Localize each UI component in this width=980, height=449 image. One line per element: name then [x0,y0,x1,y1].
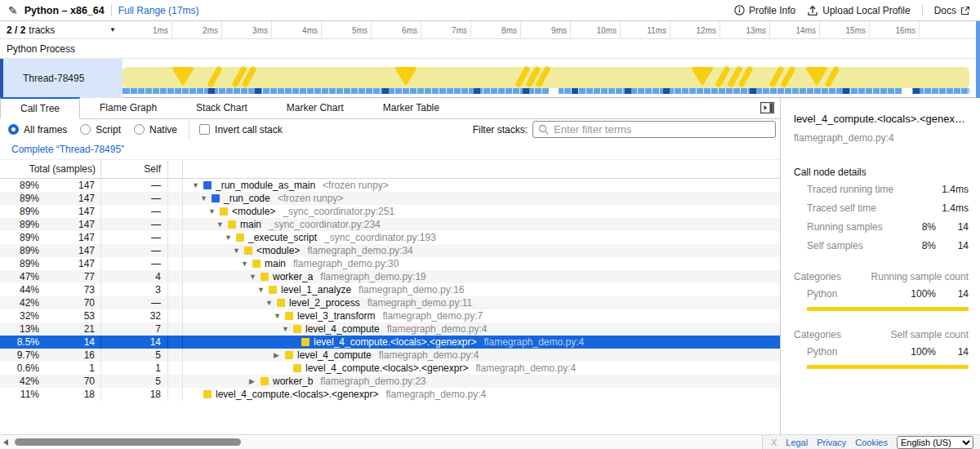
scroll-left-arrow-icon[interactable] [3,439,8,446]
function-location: flamegraph_demo.py:30 [293,257,399,270]
call-tree-row[interactable]: 44%733▼level_1_analyzeflamegraph_demo.py… [0,283,780,296]
collapse-icon[interactable]: ▼ [257,283,269,296]
sample-divider [652,88,653,94]
radio-all-frames[interactable] [8,124,19,135]
sample-divider [681,88,682,94]
row-total-samples: 77 [42,270,101,283]
call-tree-row[interactable]: 89%147—▼_run_code<frozen runpy> [0,192,780,205]
upload-label: Upload Local Profile [822,5,910,16]
collapse-icon[interactable]: ▼ [233,244,244,257]
sample-divider [564,88,564,94]
tab-marker-table[interactable]: Marker Table [363,98,459,118]
sidebar-toggle-icon[interactable] [760,102,774,113]
tab-flame-graph[interactable]: Flame Graph [80,98,176,118]
filter-stacks-label: Filter stacks: [473,124,528,136]
radio-label[interactable]: Native [149,124,177,136]
footer-link-cookies[interactable]: Cookies [855,438,888,447]
tab-stack-chart[interactable]: Stack Chart [176,98,267,118]
expand-icon[interactable]: ▶ [249,375,261,388]
call-tree-row[interactable]: 89%147—▼_run_module_as_main<frozen runpy… [0,179,780,192]
detail-percent: 8% [900,221,936,233]
profile-info-button[interactable]: Profile Info [734,5,795,16]
invert-call-stack-checkbox[interactable] [199,124,210,135]
call-tree-column-headers: Total (samples) Self [0,160,780,179]
call-tree-row[interactable]: 9.7%165▶level_4_computeflamegraph_demo.p… [0,349,780,362]
sample-divider [571,88,572,94]
tracks-dropdown[interactable]: 2 / 2 tracks ▼ [0,21,122,39]
row-frame: ▼_execute_script_sync_coordinator.py:193 [183,231,780,244]
column-header-total[interactable]: Total (samples) [0,160,101,179]
row-spacer [168,283,183,296]
row-self-samples: 4 [101,270,168,283]
footer-link-privacy[interactable]: Privacy [817,438,846,447]
radio-native[interactable] [134,124,145,135]
row-total-percent: 47% [0,270,42,283]
full-range-link[interactable]: Full Range (17ms) [118,5,199,16]
column-header-self[interactable]: Self [101,160,168,179]
sample-divider [130,88,131,94]
function-location: flamegraph_demo.py:4 [387,322,488,336]
row-self-samples: 7 [101,322,168,336]
collapse-icon[interactable]: ▼ [282,322,293,336]
radio-script[interactable] [80,124,91,135]
upload-profile-button[interactable]: Upload Local Profile [807,5,910,16]
radio-label[interactable]: All frames [24,124,67,136]
ruler-tick: 10ms [571,21,621,39]
thread-track-header[interactable]: Thread-78495 [0,59,122,98]
footer-link-legal[interactable]: Legal [786,438,808,447]
collapse-icon[interactable]: ▼ [249,270,261,283]
call-tree-row[interactable]: 89%147—▼<module>_sync_coordinator.py:251 [0,205,780,218]
call-tree-row[interactable]: 8.5%1414level_4_compute.<locals>.<genexp… [0,336,780,349]
category-yellow-icon [252,260,261,268]
sample-dark [625,88,631,94]
call-tree-row[interactable]: 0.6%11level_4_compute.<locals>.<genexpr>… [0,362,780,375]
radio-label[interactable]: Script [96,124,121,136]
invert-call-stack-label[interactable]: Invert call stack [215,124,283,136]
call-tree-row[interactable]: 32%5332▼level_3_transformflamegraph_demo… [0,309,780,322]
row-spacer [168,375,183,388]
sample-divider [203,88,204,94]
call-tree-row[interactable]: 89%147—▼mainflamegraph_demo.py:30 [0,257,780,270]
horizontal-scrollbar-thumb[interactable] [15,438,241,446]
category-yellow-icon [244,247,252,255]
sample-divider [446,88,447,94]
call-tree: 89%147—▼_run_module_as_main<frozen runpy… [0,179,780,434]
call-tree-row[interactable]: 42%70—▼level_2_processflamegraph_demo.py… [0,296,780,309]
process-track-header[interactable]: Python Process [0,39,980,59]
expand-icon[interactable]: ▶ [274,349,285,362]
ruler-tick: 11ms [621,21,670,39]
profile-name[interactable]: Python – x86_64 [24,5,105,16]
footer-link-x[interactable]: X [771,438,777,447]
collapse-icon[interactable]: ▼ [200,192,212,205]
breadcrumb-complete-thread-link[interactable]: Complete “Thread-78495” [11,144,124,155]
call-tree-row[interactable]: 89%147—▼_execute_script_sync_coordinator… [0,231,780,244]
language-select[interactable]: English (US) [897,436,973,449]
call-tree-row[interactable]: 89%147—▼<module>flamegraph_demo.py:34 [0,244,780,257]
search-icon [538,124,550,136]
sample-divider [931,88,932,94]
call-tree-row[interactable]: 11%1818level_4_compute.<locals>.<genexpr… [0,388,780,401]
collapse-icon[interactable]: ▼ [274,309,285,322]
ruler-tick: 9ms [521,21,571,39]
collapse-icon[interactable]: ▼ [241,257,252,270]
call-tree-row[interactable]: 47%774▼worker_aflamegraph_demo.py:19 [0,270,780,283]
collapse-icon[interactable]: ▼ [265,296,277,309]
call-tree-row[interactable]: 13%217▼level_4_computeflamegraph_demo.py… [0,322,780,336]
function-name: level_1_analyze [281,283,351,296]
sample-divider [196,88,197,94]
docs-button[interactable]: Docs [934,5,970,16]
filter-stacks-input[interactable] [554,123,770,136]
divider [111,4,112,16]
tab-marker-chart[interactable]: Marker Chart [267,98,363,118]
thread-activity-track[interactable] [122,59,969,98]
row-total-percent: 0.6% [0,362,42,375]
call-tree-row[interactable]: 89%147—▼main_sync_coordinator.py:234 [0,218,780,231]
collapse-icon[interactable]: ▼ [225,231,236,244]
call-tree-row[interactable]: 42%705▶worker_bflamegraph_demo.py:23 [0,375,780,388]
sample-divider [365,88,366,94]
collapse-icon[interactable]: ▼ [192,179,203,192]
collapse-icon[interactable]: ▼ [208,205,220,218]
collapse-icon[interactable]: ▼ [216,218,228,231]
edit-profile-name-icon[interactable]: ✎ [8,5,18,16]
tab-call-tree[interactable]: Call Tree [0,97,80,119]
